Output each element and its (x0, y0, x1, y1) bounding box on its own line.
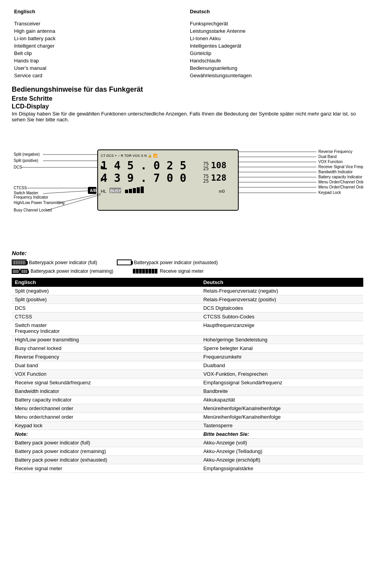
svg-text:Split (positive): Split (positive) (14, 158, 38, 163)
table-cell: Menu order/channel order (12, 413, 200, 421)
table-cell: Busy channel locked (12, 344, 200, 353)
svg-text:1 4 5 . 0 2 5: 1 4 5 . 0 2 5 (101, 159, 186, 172)
table-row: Split (negative)Relais-Frequenzversatz (… (12, 287, 363, 295)
svg-text:BUSY: BUSY (110, 189, 121, 193)
svg-rect-17 (133, 188, 136, 193)
table-row: Menu order/channel orderMenüreihenfolge/… (12, 404, 363, 413)
table-cell: Bandbreite (200, 387, 363, 396)
table-row: Reverse FrequencyFrequenzumkehr (12, 353, 363, 361)
table-row: Battery capacity indicatorAkkukapazität (12, 396, 363, 404)
svg-text:▶: ▶ (101, 164, 105, 170)
svg-line-34 (59, 194, 101, 203)
table-cell: Switch masterFrequency Indicator (12, 321, 200, 336)
top-table-content: TransceiverFunksprechgerätHigh gain ante… (12, 20, 363, 79)
table-cell: High/Low power transmitting (12, 336, 200, 344)
svg-text:CT  DCS  +  −  R TDR VOX  S  N: CT DCS + − R TDR VOX S N 🔒 📶 (101, 153, 158, 158)
table-cell: Service card (12, 72, 188, 79)
table-cell: CTCSS Subton-Codes (200, 313, 363, 321)
svg-text:CTCSS: CTCSS (14, 186, 27, 190)
top-header-table: Englisch Deutsch (12, 8, 363, 15)
section-heading: Bedienungshinweise für das Funkgerät (12, 85, 363, 94)
table-cell: Split (positive) (12, 295, 200, 304)
table-cell: Leistungsstarke Antenne (188, 27, 363, 35)
table-row: Receive signal SekundärfrequenzEmpfangss… (12, 378, 363, 387)
batt-exhausted-label: Batterypack power indicator (exhausted) (134, 260, 218, 265)
table-row: Split (positive)Relais-Frequenzversatz (… (12, 295, 363, 304)
table-row: Switch masterFrequency IndicatorHauptfre… (12, 321, 363, 336)
table-cell: Funksprechgerät (188, 20, 363, 27)
table-cell: Keypad lock (12, 421, 200, 430)
signal-meter-item: Receive signal meter (133, 268, 204, 274)
lcd-diagram: CT DCS + − R TDR VOX S N 🔒 📶 1 4 5 . 0 2… (12, 126, 363, 243)
table-cell: Akku-Anzeige (erschöpft) (200, 456, 363, 464)
table-cell: Battery capacity indicator (12, 396, 200, 404)
table-cell: Battery pack power indicator (full) (12, 439, 200, 447)
table-cell: Receive signal meter (12, 464, 200, 473)
table-cell: Relais-Frequenzversatz (positiv) (200, 295, 363, 304)
table-cell: Reverse Frequency (12, 353, 200, 361)
svg-text:Battery capacity Indicator: Battery capacity Indicator (318, 175, 362, 179)
svg-text:Keypad Lock: Keypad Lock (318, 190, 341, 195)
table-row: Battery pack power indicator (remaining)… (12, 447, 363, 456)
table-cell: Bandwidth indicator (12, 387, 200, 396)
batt-remaining-item: Batterypack power indicator (remaining) (12, 268, 113, 274)
table-cell: Battery pack power indicator (exhausted) (12, 456, 200, 464)
table-row: VOX FunctionVOX-Funktion, Freisprechen (12, 370, 363, 378)
svg-rect-16 (129, 189, 132, 193)
svg-text:HL: HL (101, 189, 106, 194)
signal-meter-label: Receive signal meter (160, 268, 204, 274)
col2-header: Deutsch (190, 9, 210, 14)
table-cell: Frequenzumkehr (200, 353, 363, 361)
svg-text:A/B: A/B (90, 188, 96, 193)
svg-text:25: 25 (203, 178, 209, 184)
table-cell: Handschlaufe (188, 57, 363, 64)
table-cell: Receive signal Sekundärfrequenz (12, 378, 200, 387)
table-cell: Split (negative) (12, 287, 200, 295)
table-cell: Bitte beachten Sie: (200, 430, 363, 439)
table-row: Note:Bitte beachten Sie: (12, 430, 363, 439)
svg-text:Receive Signal Vice Frequency: Receive Signal Vice Frequency (318, 165, 363, 169)
svg-text:High/Low Power Transmitting: High/Low Power Transmitting (14, 201, 64, 205)
svg-text:108: 108 (211, 160, 227, 170)
section-body: Im Display haben Sie für die gewählten F… (12, 111, 363, 123)
note-items-row2: Batterypack power indicator (remaining) … (12, 268, 363, 274)
table-row: Battery pack power indicator (full)Akku-… (12, 439, 363, 447)
table-cell: Intelligentes Ladegerät (188, 42, 363, 50)
table-cell: VOX-Funktion, Freisprechen (200, 370, 363, 378)
table-row: DCSDCS Digitalcodes (12, 304, 363, 313)
table-cell: Battery pack power indicator (remaining) (12, 447, 200, 456)
table-cell: Li-ion battery pack (12, 35, 188, 42)
table-cell: DCS (12, 304, 200, 313)
svg-rect-15 (125, 190, 128, 193)
table-cell: Hands trap (12, 57, 188, 64)
svg-text:Menu Order/Channel Order: Menu Order/Channel Order (318, 185, 363, 189)
svg-text:Split (negative): Split (negative) (14, 152, 40, 156)
table-cell: Gürtelclip (188, 50, 363, 57)
col1-header: Englisch (14, 9, 35, 14)
table-cell: Note: (12, 430, 200, 439)
table-cell: Li-Ionen Akku (188, 35, 363, 42)
svg-text:m0: m0 (219, 189, 225, 194)
svg-text:4 3 9 . 7 0 0: 4 3 9 . 7 0 0 (101, 172, 186, 185)
svg-text:Busy Channel Locked: Busy Channel Locked (14, 208, 52, 212)
lcd-svg: CT DCS + − R TDR VOX S N 🔒 📶 1 4 5 . 0 2… (12, 126, 363, 236)
svg-line-31 (43, 191, 88, 194)
table-cell: Akkukapazität (200, 396, 363, 404)
table-cell: Intelligent charger (12, 42, 188, 50)
table-row: Menu order/channel orderMenüreihenfolge/… (12, 413, 363, 421)
bottom-col1-header: Englisch (12, 278, 200, 287)
svg-text:128: 128 (211, 173, 227, 183)
table-cell: User's manual (12, 64, 188, 72)
note-label: Note: (12, 250, 363, 256)
table-cell: DCS Digitalcodes (200, 304, 363, 313)
svg-text:Frequency Indicator: Frequency Indicator (14, 195, 48, 199)
table-row: Busy channel lockedSperre belegter Kanal (12, 344, 363, 353)
svg-rect-18 (137, 187, 140, 193)
svg-text:VOX Function: VOX Function (318, 160, 343, 164)
table-row: Keypad lockTastensperre (12, 421, 363, 430)
bottom-col2-header: Deutsch (200, 278, 363, 287)
table-cell: Dualband (200, 361, 363, 370)
table-cell: High gain antenna (12, 27, 188, 35)
table-row: Dual bandDualband (12, 361, 363, 370)
table-cell: Sperre belegter Kanal (200, 344, 363, 353)
